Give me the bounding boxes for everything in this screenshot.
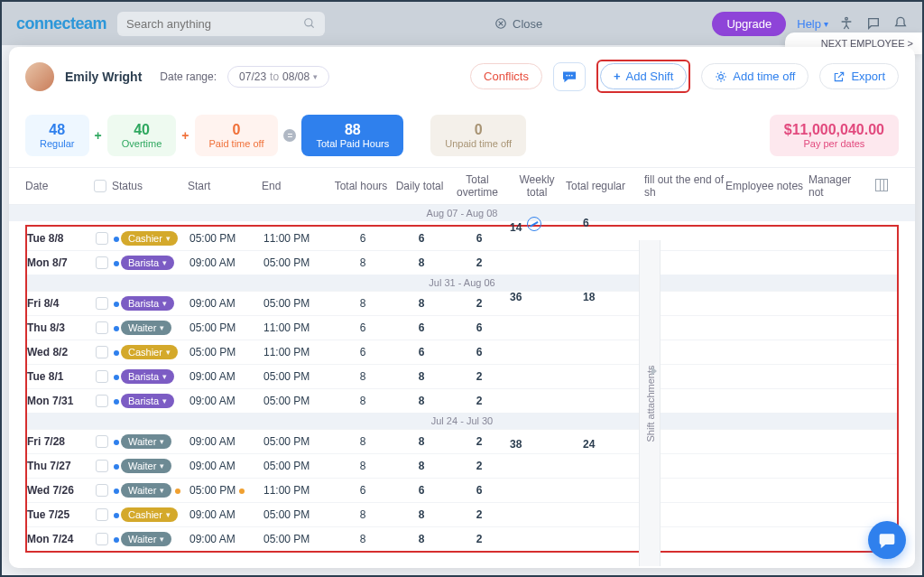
role-badge[interactable]: Barista▾ — [121, 256, 174, 270]
role-badge[interactable]: Waiter▾ — [121, 321, 171, 335]
date-range-picker[interactable]: 07/23 to 08/08 ▾ — [227, 66, 329, 88]
cell-start[interactable]: 09:00 AM — [189, 256, 263, 269]
cell-start[interactable]: 09:00 AM — [189, 533, 263, 545]
cell-end[interactable]: 11:00 PM — [263, 232, 330, 245]
table-row[interactable]: Fri 7/28Waiter▾09:00 AM05:00 PM882 — [27, 429, 897, 453]
role-badge[interactable]: Cashier▾ — [121, 345, 178, 359]
col-start[interactable]: Start — [188, 180, 262, 192]
table-row[interactable]: Mon 8/7Barista▾09:00 AM05:00 PM882 — [27, 250, 897, 275]
add-time-off-button[interactable]: Add time off — [701, 63, 808, 89]
row-checkbox[interactable] — [96, 256, 108, 269]
role-badge[interactable]: Waiter▾ — [121, 483, 171, 498]
col-total-hours[interactable]: Total hours — [328, 180, 393, 192]
add-shift-button[interactable]: + Add Shift — [600, 63, 687, 89]
table-row[interactable]: Wed 8/2Cashier▾05:00 PM11:00 PM666 — [27, 340, 897, 364]
col-total-regular[interactable]: Total regular — [565, 180, 626, 192]
messages-button[interactable] — [553, 62, 586, 91]
cell-end[interactable]: 11:00 PM — [263, 484, 330, 497]
cell-status[interactable]: Cashier▾ — [114, 507, 189, 522]
role-badge[interactable]: Cashier▾ — [121, 507, 178, 522]
col-employee-notes[interactable]: Employee notes — [725, 180, 808, 192]
cell-end[interactable]: 05:00 PM — [263, 395, 330, 407]
cell-status[interactable]: Waiter▾ — [114, 321, 189, 335]
row-checkbox[interactable] — [96, 395, 108, 407]
col-manager-notes[interactable]: Manager not — [808, 173, 863, 199]
cell-end[interactable]: 05:00 PM — [263, 460, 330, 472]
cell-status[interactable]: Waiter▾ — [114, 459, 189, 473]
row-checkbox[interactable] — [96, 435, 108, 448]
cell-start[interactable]: 09:00 AM — [189, 297, 263, 310]
table-row[interactable]: Tue 7/25Cashier▾09:00 AM05:00 PM882 — [27, 502, 897, 526]
table-row[interactable]: Fri 8/4Barista▾09:00 AM05:00 PM882 — [27, 291, 897, 315]
row-checkbox[interactable] — [96, 297, 108, 310]
help-link[interactable]: Help ▾ — [797, 17, 828, 31]
chat-fab[interactable] — [868, 521, 906, 559]
conflicts-button[interactable]: Conflicts — [470, 63, 542, 89]
cell-start[interactable]: 09:00 AM — [189, 508, 263, 521]
col-fill-out[interactable]: fill out the end of sh — [644, 173, 725, 199]
chat-icon[interactable] — [866, 16, 881, 31]
cell-start[interactable]: 09:00 AM — [189, 395, 263, 407]
col-date[interactable]: Date — [25, 180, 94, 192]
table-row[interactable]: Mon 7/31Barista▾09:00 AM05:00 PM882 — [27, 388, 897, 413]
cell-end[interactable]: 05:00 PM — [263, 297, 330, 310]
cell-end[interactable]: 05:00 PM — [263, 256, 330, 269]
role-badge[interactable]: Cashier▾ — [121, 231, 178, 246]
cell-end[interactable]: 11:00 PM — [263, 346, 330, 358]
row-checkbox[interactable] — [96, 460, 108, 472]
cell-status[interactable]: Cashier▾ — [114, 345, 189, 359]
row-checkbox[interactable] — [96, 321, 108, 334]
cell-status[interactable]: Barista▾ — [114, 296, 189, 311]
search-box[interactable] — [117, 12, 325, 36]
role-badge[interactable]: Waiter▾ — [121, 434, 171, 449]
cell-start[interactable]: 05:00 PM — [189, 321, 263, 334]
row-checkbox[interactable] — [96, 508, 108, 521]
col-status[interactable]: Status — [112, 180, 188, 192]
bell-icon[interactable] — [893, 16, 908, 31]
col-check[interactable] — [94, 180, 112, 192]
cell-start[interactable]: 09:00 AM — [189, 370, 263, 383]
row-checkbox[interactable] — [96, 533, 108, 545]
cell-end[interactable]: 05:00 PM — [263, 370, 330, 383]
table-row[interactable]: Tue 8/1Barista▾09:00 AM05:00 PM882 — [27, 364, 897, 388]
export-button[interactable]: Export — [819, 63, 899, 89]
role-badge[interactable]: Waiter▾ — [121, 459, 171, 473]
cell-start[interactable]: 05:00 PM — [189, 346, 263, 358]
cell-status[interactable]: Waiter▾ — [114, 483, 189, 498]
cell-status[interactable]: Cashier▾ — [114, 231, 189, 246]
role-badge[interactable]: Waiter▾ — [121, 532, 171, 546]
col-weekly-total[interactable]: Weekly total — [509, 173, 565, 199]
row-checkbox[interactable] — [96, 484, 108, 497]
col-daily-total[interactable]: Daily total — [393, 180, 446, 192]
row-checkbox[interactable] — [96, 370, 108, 383]
cell-start[interactable]: 09:00 AM — [189, 460, 263, 472]
col-total-overtime[interactable]: Total overtime — [446, 173, 509, 199]
cell-status[interactable]: Waiter▾ — [114, 532, 189, 546]
role-badge[interactable]: Barista▾ — [121, 369, 174, 384]
accessibility-icon[interactable] — [839, 16, 854, 31]
row-checkbox[interactable] — [96, 232, 108, 245]
close-button[interactable]: Close — [336, 17, 701, 31]
upgrade-button[interactable]: Upgrade — [712, 12, 786, 36]
cell-status[interactable]: Barista▾ — [114, 369, 189, 384]
cell-start[interactable]: 05:00 PM — [189, 232, 263, 245]
cell-end[interactable]: 05:00 PM — [263, 533, 330, 545]
cell-status[interactable]: Waiter▾ — [114, 434, 189, 449]
cell-status[interactable]: Barista▾ — [114, 256, 189, 270]
role-badge[interactable]: Barista▾ — [121, 394, 174, 408]
columns-button[interactable] — [863, 179, 888, 194]
cell-start[interactable]: 09:00 AM — [189, 435, 263, 448]
table-row[interactable]: Mon 7/24Waiter▾09:00 AM05:00 PM882 — [27, 526, 897, 551]
cell-start[interactable]: 05:00 PM — [189, 484, 263, 497]
table-row[interactable]: Thu 8/3Waiter▾05:00 PM11:00 PM666 — [27, 315, 897, 340]
role-badge[interactable]: Barista▾ — [121, 296, 174, 311]
cell-status[interactable]: Barista▾ — [114, 394, 189, 408]
cell-end[interactable]: 05:00 PM — [263, 435, 330, 448]
col-end[interactable]: End — [262, 180, 328, 192]
cell-end[interactable]: 05:00 PM — [263, 508, 330, 521]
shift-attachments-panel[interactable]: Shift attachments — [639, 240, 661, 566]
row-checkbox[interactable] — [96, 346, 108, 358]
table-row[interactable]: Wed 7/26Waiter▾05:00 PM11:00 PM666 — [27, 478, 897, 502]
search-input[interactable] — [126, 17, 303, 31]
cell-end[interactable]: 11:00 PM — [263, 321, 330, 334]
